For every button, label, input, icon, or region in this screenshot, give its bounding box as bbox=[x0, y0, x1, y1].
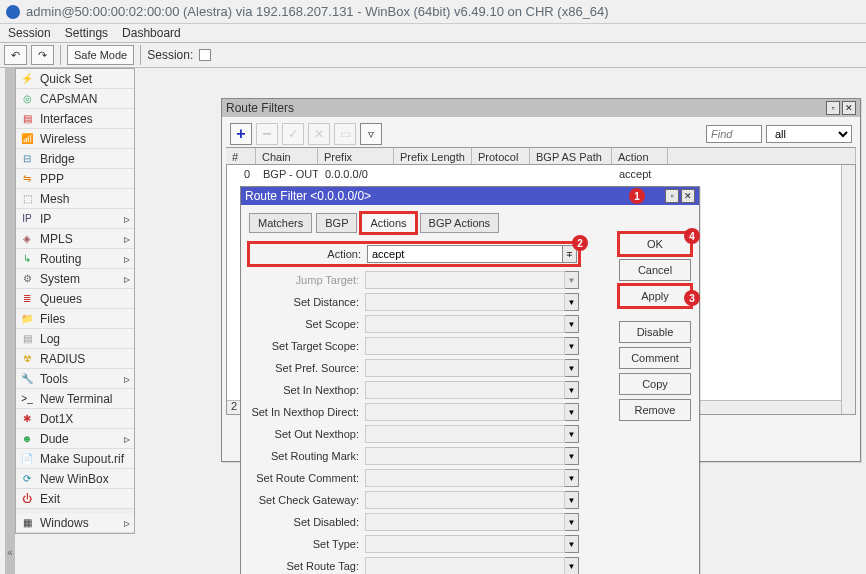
redo-button[interactable]: ↷ bbox=[31, 45, 54, 65]
find-input[interactable] bbox=[706, 125, 762, 143]
window-close-icon[interactable]: ✕ bbox=[842, 101, 856, 115]
window-close-icon[interactable]: ✕ bbox=[681, 189, 695, 203]
form-input[interactable] bbox=[365, 293, 565, 311]
tab-matchers[interactable]: Matchers bbox=[249, 213, 312, 233]
col-extra[interactable] bbox=[668, 148, 856, 164]
table-row[interactable]: 0 BGP - OUT 0.0.0.0/0 accept bbox=[227, 165, 855, 183]
col-num[interactable]: # bbox=[226, 148, 256, 164]
form-input[interactable] bbox=[365, 469, 565, 487]
enable-button[interactable]: ✓ bbox=[282, 123, 304, 145]
sidebar-item-capsman[interactable]: ◎CAPsMAN bbox=[16, 89, 134, 109]
dropdown-icon[interactable]: ▼ bbox=[565, 359, 579, 377]
form-input[interactable] bbox=[365, 403, 565, 421]
add-button[interactable]: + bbox=[230, 123, 252, 145]
route-filter-titlebar[interactable]: Route Filter <0.0.0.0/0> ▫ ✕ 1 bbox=[241, 187, 699, 205]
apply-button[interactable]: Apply 3 bbox=[619, 285, 691, 307]
form-label: Set Check Gateway: bbox=[249, 494, 365, 506]
window-restore-icon[interactable]: ▫ bbox=[665, 189, 679, 203]
sidebar-handle[interactable]: « bbox=[5, 68, 15, 574]
dropdown-icon[interactable]: ▼ bbox=[565, 469, 579, 487]
session-checkbox[interactable] bbox=[199, 49, 211, 61]
form-input[interactable] bbox=[365, 447, 565, 465]
menu-dashboard[interactable]: Dashboard bbox=[122, 26, 181, 40]
dropdown-icon[interactable]: ▼ bbox=[565, 293, 579, 311]
dropdown-icon[interactable]: ▼ bbox=[565, 535, 579, 553]
sidebar-item-ip[interactable]: IPIP▹ bbox=[16, 209, 134, 229]
sidebar-item-dot1x[interactable]: ✱Dot1X bbox=[16, 409, 134, 429]
filter-button[interactable]: ▿ bbox=[360, 123, 382, 145]
tab-bgp[interactable]: BGP bbox=[316, 213, 357, 233]
dropdown-icon[interactable]: ▼ bbox=[565, 447, 579, 465]
sidebar-item-log[interactable]: ▤Log bbox=[16, 329, 134, 349]
sidebar-item-dude[interactable]: ☻Dude▹ bbox=[16, 429, 134, 449]
sidebar-item-bridge[interactable]: ⊟Bridge bbox=[16, 149, 134, 169]
sidebar-item-new-terminal[interactable]: >_New Terminal bbox=[16, 389, 134, 409]
form-row: Set Disabled:▼ bbox=[249, 511, 579, 533]
sidebar-item-tools[interactable]: 🔧Tools▹ bbox=[16, 369, 134, 389]
form-input[interactable] bbox=[365, 491, 565, 509]
menu-session[interactable]: Session bbox=[8, 26, 51, 40]
form-input[interactable] bbox=[365, 381, 565, 399]
undo-button[interactable]: ↶ bbox=[4, 45, 27, 65]
window-restore-icon[interactable]: ▫ bbox=[826, 101, 840, 115]
ok-button[interactable]: OK 4 bbox=[619, 233, 691, 255]
dropdown-icon[interactable]: ▼ bbox=[565, 513, 579, 531]
dropdown-icon[interactable]: ▼ bbox=[565, 425, 579, 443]
sidebar-icon: >_ bbox=[20, 392, 34, 406]
dropdown-icon[interactable]: ▼ bbox=[565, 315, 579, 333]
sidebar-item-system[interactable]: ⚙System▹ bbox=[16, 269, 134, 289]
sidebar-item-interfaces[interactable]: ▤Interfaces bbox=[16, 109, 134, 129]
dropdown-icon[interactable]: ▼ bbox=[565, 491, 579, 509]
dropdown-icon[interactable]: ▼ bbox=[565, 557, 579, 574]
sidebar-item-quick-set[interactable]: ⚡Quick Set bbox=[16, 69, 134, 89]
form-input[interactable] bbox=[365, 513, 565, 531]
filter-combo[interactable]: all bbox=[766, 125, 852, 143]
sidebar-item-radius[interactable]: ☢RADIUS bbox=[16, 349, 134, 369]
col-prefix[interactable]: Prefix bbox=[318, 148, 394, 164]
col-aspath[interactable]: BGP AS Path bbox=[530, 148, 612, 164]
col-proto[interactable]: Protocol bbox=[472, 148, 530, 164]
sidebar-item-mesh[interactable]: ⬚Mesh bbox=[16, 189, 134, 209]
dropdown-icon[interactable]: ▼ bbox=[565, 271, 579, 289]
dropdown-icon[interactable]: ▼ bbox=[565, 381, 579, 399]
sidebar-item-mpls[interactable]: ◈MPLS▹ bbox=[16, 229, 134, 249]
col-chain[interactable]: Chain bbox=[256, 148, 318, 164]
sidebar-item-ppp[interactable]: ⇋PPP bbox=[16, 169, 134, 189]
comment-button[interactable]: ▭ bbox=[334, 123, 356, 145]
remove-button[interactable]: Remove bbox=[619, 399, 691, 421]
grid-vscroll[interactable] bbox=[841, 165, 855, 414]
sidebar-item-windows[interactable]: ▦Windows▹ bbox=[16, 513, 134, 533]
sidebar-item-make-supout-rif[interactable]: 📄Make Supout.rif bbox=[16, 449, 134, 469]
form-input[interactable] bbox=[365, 315, 565, 333]
route-filters-titlebar[interactable]: Route Filters ▫ ✕ bbox=[222, 99, 860, 117]
sidebar-item-routing[interactable]: ↳Routing▹ bbox=[16, 249, 134, 269]
form-input[interactable] bbox=[365, 535, 565, 553]
sidebar-item-files[interactable]: 📁Files bbox=[16, 309, 134, 329]
tab-bgp-actions[interactable]: BGP Actions bbox=[420, 213, 500, 233]
form-input[interactable] bbox=[365, 425, 565, 443]
action-input[interactable] bbox=[367, 245, 563, 263]
sidebar-item-wireless[interactable]: 📶Wireless bbox=[16, 129, 134, 149]
safemode-button[interactable]: Safe Mode bbox=[67, 45, 134, 65]
sidebar-icon: 📁 bbox=[20, 312, 34, 326]
col-action[interactable]: Action bbox=[612, 148, 668, 164]
sidebar-item-exit[interactable]: ⏻Exit bbox=[16, 489, 134, 509]
comment-button[interactable]: Comment bbox=[619, 347, 691, 369]
sidebar-item-label: New Terminal bbox=[40, 392, 112, 406]
sidebar-item-queues[interactable]: ≣Queues bbox=[16, 289, 134, 309]
sidebar-item-new-winbox[interactable]: ⟳New WinBox bbox=[16, 469, 134, 489]
action-row: Action: ∓ 2 bbox=[249, 243, 579, 265]
disable-button[interactable]: ✕ bbox=[308, 123, 330, 145]
tab-actions[interactable]: Actions bbox=[361, 213, 415, 233]
cancel-button[interactable]: Cancel bbox=[619, 259, 691, 281]
menu-settings[interactable]: Settings bbox=[65, 26, 108, 40]
dropdown-icon[interactable]: ▼ bbox=[565, 403, 579, 421]
copy-button[interactable]: Copy bbox=[619, 373, 691, 395]
form-input[interactable] bbox=[365, 557, 565, 574]
form-input[interactable] bbox=[365, 337, 565, 355]
remove-button[interactable]: − bbox=[256, 123, 278, 145]
disable-button[interactable]: Disable bbox=[619, 321, 691, 343]
col-plen[interactable]: Prefix Length bbox=[394, 148, 472, 164]
dropdown-icon[interactable]: ▼ bbox=[565, 337, 579, 355]
form-input[interactable] bbox=[365, 359, 565, 377]
